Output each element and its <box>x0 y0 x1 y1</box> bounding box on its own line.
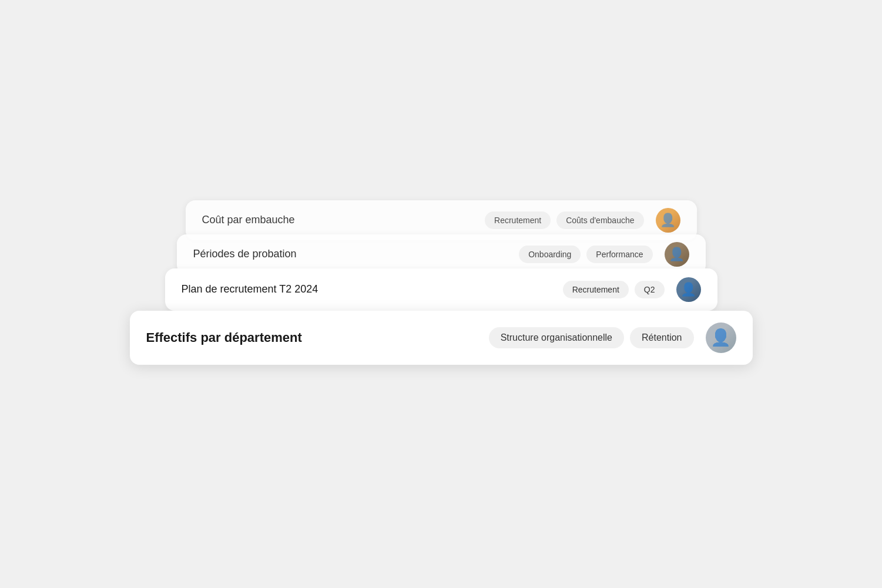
user-avatar-2 <box>665 242 689 267</box>
cards-stack: Coût par embauche Recrutement Coûts d'em… <box>147 200 735 388</box>
tags-container: Recrutement Q2 <box>563 281 665 298</box>
tag-performance: Performance <box>586 246 652 263</box>
card-title: Effectifs par département <box>146 330 489 345</box>
user-avatar-3 <box>676 277 701 302</box>
card-title: Plan de recrutement T2 2024 <box>182 283 563 295</box>
card-effectifs-departement[interactable]: Effectifs par département Structure orga… <box>130 311 753 365</box>
tag-couts-embauche: Coûts d'embauche <box>556 211 643 229</box>
user-avatar-4 <box>706 322 736 353</box>
user-avatar-1 <box>656 208 680 233</box>
card-title: Périodes de probation <box>193 248 519 260</box>
card-title: Coût par embauche <box>202 214 485 226</box>
card-plan-recrutement[interactable]: Plan de recrutement T2 2024 Recrutement … <box>165 268 717 311</box>
tags-container: Onboarding Performance <box>519 246 652 263</box>
tag-recrutement: Recrutement <box>485 211 551 229</box>
tags-container: Structure organisationnelle Rétention <box>489 327 694 348</box>
tag-recrutement: Recrutement <box>563 281 629 298</box>
tag-retention: Rétention <box>630 327 694 348</box>
tags-container: Recrutement Coûts d'embauche <box>485 211 643 229</box>
tag-onboarding: Onboarding <box>519 246 581 263</box>
tag-structure-organisationnelle: Structure organisationnelle <box>489 327 624 348</box>
tag-q2: Q2 <box>635 281 665 298</box>
